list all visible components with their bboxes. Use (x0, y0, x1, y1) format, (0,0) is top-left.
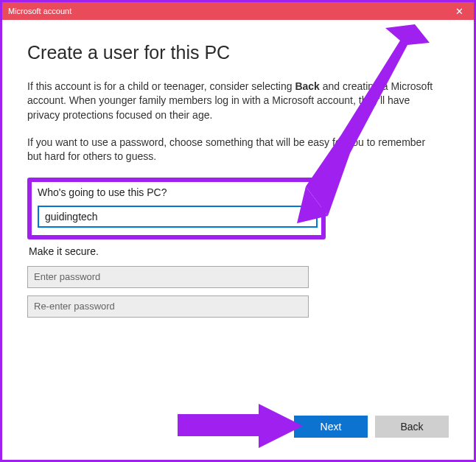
titlebar: Microsoft account ✕ (2, 2, 474, 20)
username-input[interactable] (38, 206, 318, 228)
intro-text-1: If this account is for a child or teenag… (27, 80, 295, 92)
who-label: Who's going to use this PC? (38, 186, 315, 198)
annotation-highlight-box: Who's going to use this PC? ✕ (27, 178, 326, 239)
close-button[interactable]: ✕ (444, 2, 474, 20)
next-button[interactable]: Next (294, 416, 368, 438)
back-button[interactable]: Back (375, 416, 449, 438)
reenter-password-input[interactable] (27, 295, 309, 318)
close-icon: ✕ (455, 6, 463, 17)
footer-buttons: Next Back (294, 416, 449, 438)
annotation-arrow-top (297, 24, 430, 223)
annotation-arrow-bottom (178, 404, 303, 448)
svg-marker-0 (306, 24, 430, 216)
password-input[interactable] (27, 266, 309, 288)
svg-marker-2 (178, 404, 303, 448)
window-title: Microsoft account (8, 7, 71, 15)
username-row: ✕ (38, 206, 318, 228)
secure-label: Make it secure. (29, 245, 449, 257)
